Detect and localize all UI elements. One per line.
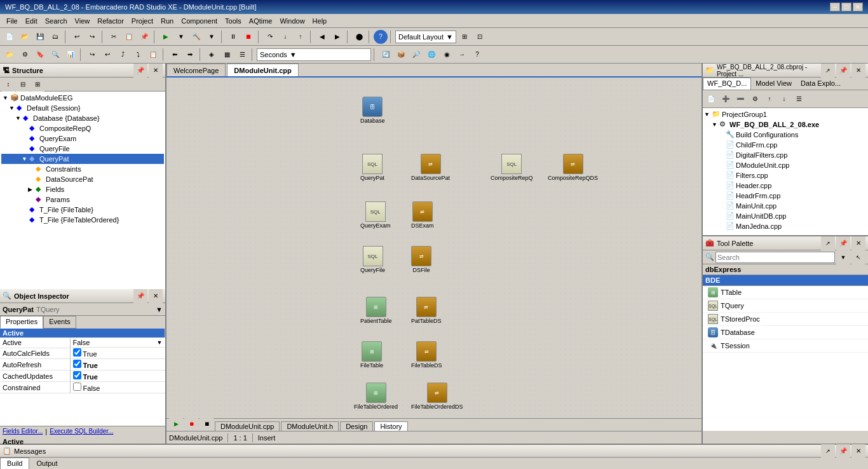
- tp-pin[interactable]: 📌: [836, 236, 850, 250]
- close-button[interactable]: ✕: [853, 3, 863, 11]
- tp-item-tquery[interactable]: SQL TQuery: [703, 299, 868, 313]
- tree-default-session[interactable]: ▼ ◆ Default {Session}: [1, 103, 164, 113]
- autocalcfields-check[interactable]: [73, 348, 81, 357]
- tree-constraints[interactable]: ◆ Constraints: [1, 164, 164, 174]
- tree-querypat[interactable]: ▼ ◆ QueryPat: [1, 154, 164, 164]
- proj-tb-list[interactable]: ☰: [792, 92, 806, 106]
- menu-tools[interactable]: Tools: [221, 16, 245, 26]
- tb2-btn5[interactable]: 📊: [64, 48, 78, 62]
- comp-filetableordered[interactable]: ⊞ FileTableOrdered: [354, 383, 398, 410]
- tb2-btn4[interactable]: 🔍: [48, 48, 62, 62]
- tb2-btn8[interactable]: ⤴: [116, 48, 130, 62]
- oi-prop-autorefresh[interactable]: AutoRefresh True: [0, 359, 165, 370]
- oi-selector[interactable]: QueryPat TQuery ▼: [0, 303, 165, 316]
- tree-fields[interactable]: ▶ ◆ Fields: [1, 184, 164, 194]
- proj-tb-down[interactable]: ↓: [777, 92, 791, 106]
- bottom-play-btn[interactable]: ▶: [169, 417, 183, 431]
- sql-builder-link[interactable]: Execute SQL Builder...: [50, 428, 113, 435]
- msg-tab-output[interactable]: Output: [29, 458, 64, 469]
- project-expand-btn[interactable]: ↗: [821, 64, 835, 78]
- tb2-btn6[interactable]: ↪: [85, 48, 99, 62]
- save-button[interactable]: 💾: [33, 30, 47, 44]
- tree-mainunitdb[interactable]: 📄 MainUnitDB.cpp: [704, 211, 867, 221]
- run-dropdown[interactable]: ▼: [174, 30, 188, 44]
- pause-button[interactable]: ⏸: [226, 30, 240, 44]
- proj-tb-remove[interactable]: ➖: [733, 92, 747, 106]
- tp-item-tsession[interactable]: 🔌 TSession: [703, 339, 868, 353]
- tb2-btn11[interactable]: ⬅: [168, 48, 182, 62]
- tab-dmoduleunit[interactable]: DModuleUnit.cpp: [227, 64, 298, 76]
- comp-pattableds[interactable]: ⇌ PatTableDS: [411, 297, 442, 324]
- tree-compositerepq[interactable]: ◆ CompositeRepQ: [1, 123, 164, 133]
- menu-project[interactable]: Project: [128, 16, 157, 26]
- menu-view[interactable]: View: [71, 16, 94, 26]
- comp-filetableorderedds[interactable]: ⇌ FileTableOrderedDS: [411, 383, 463, 410]
- cut-button[interactable]: ✂: [107, 30, 121, 44]
- paste-button[interactable]: 📌: [137, 30, 151, 44]
- search-cursor-btn[interactable]: ↖: [851, 250, 865, 264]
- proj-tb-new[interactable]: 📄: [704, 92, 718, 106]
- tb2-btn12[interactable]: ➡: [183, 48, 197, 62]
- open-button[interactable]: 📂: [18, 30, 32, 44]
- tb2-btn9[interactable]: ⤵: [131, 48, 145, 62]
- layout-btn1[interactable]: ⊞: [458, 30, 471, 44]
- maximize-button[interactable]: □: [841, 3, 851, 11]
- tb2-btn16[interactable]: 🔄: [379, 48, 393, 62]
- tb2-btn2[interactable]: ⚙: [18, 48, 32, 62]
- layout-btn2[interactable]: ⊡: [473, 30, 487, 44]
- msg-close[interactable]: ✕: [851, 444, 865, 458]
- menu-aqtime[interactable]: AQtime: [245, 16, 276, 26]
- tb2-btn13[interactable]: ◈: [205, 48, 219, 62]
- tree-exe[interactable]: ▼ ⚙ WF_BQ_DB_ALL_2_08.exe: [704, 119, 867, 130]
- menu-run[interactable]: Run: [157, 16, 177, 26]
- back-button[interactable]: ◀: [315, 30, 329, 44]
- tree-params[interactable]: ◆ Params: [1, 194, 164, 205]
- oi-close[interactable]: ✕: [149, 289, 163, 303]
- comp-dsexam[interactable]: ⇌ DSExam: [411, 201, 434, 229]
- seconds-dropdown[interactable]: Seconds ▼: [257, 48, 371, 61]
- minimize-button[interactable]: ─: [830, 3, 840, 11]
- msg-pin[interactable]: 📌: [836, 444, 850, 458]
- autorefresh-check[interactable]: [73, 360, 81, 368]
- tb2-btn21[interactable]: →: [455, 48, 469, 62]
- tree-queryexam[interactable]: ◆ QueryExam: [1, 133, 164, 144]
- oi-pin[interactable]: 📌: [133, 289, 147, 303]
- step-into[interactable]: ↓: [278, 30, 292, 44]
- tp-close[interactable]: ✕: [851, 236, 865, 250]
- structure-close[interactable]: ✕: [149, 64, 163, 78]
- oi-dropdown-icon[interactable]: ▼: [156, 306, 163, 313]
- tree-digitalfilters[interactable]: 📄 DigitalFilters.cpp: [704, 150, 867, 160]
- menu-file[interactable]: File: [3, 16, 22, 26]
- tb2-btn18[interactable]: 🔎: [409, 48, 423, 62]
- search-options-btn[interactable]: ▼: [836, 250, 850, 264]
- menu-refactor[interactable]: Refactor: [93, 16, 128, 26]
- proj-tb-settings[interactable]: ⚙: [748, 92, 762, 106]
- tb2-btn1[interactable]: 📁: [3, 48, 17, 62]
- tab-design[interactable]: Design: [340, 421, 373, 431]
- fields-editor-link[interactable]: Fields Editor...: [3, 428, 43, 435]
- menu-search[interactable]: Search: [41, 16, 71, 26]
- comp-datasourcepat[interactable]: ⇌ DataSourcePat: [411, 154, 450, 181]
- tree-header[interactable]: 📄 Header.cpp: [704, 180, 867, 191]
- bottom-stop-btn[interactable]: ⏹: [200, 417, 214, 431]
- proj-tb-add[interactable]: ➕: [719, 92, 733, 106]
- struct-tb-collapse[interactable]: ⊟: [16, 78, 30, 92]
- tree-filters[interactable]: 📄 Filters.cpp: [704, 170, 867, 180]
- proj-tab-model[interactable]: Model View: [751, 78, 796, 90]
- menu-help[interactable]: Help: [309, 16, 331, 26]
- tp-expand-btn[interactable]: ↗: [821, 236, 835, 250]
- oi-tab-properties[interactable]: Properties: [0, 316, 43, 329]
- tp-item-tstoredproc[interactable]: SQL TStoredProc: [703, 313, 868, 326]
- tb2-btn20[interactable]: ◉: [440, 48, 454, 62]
- tp-section-dbexpress[interactable]: dbExpress: [703, 264, 868, 275]
- proj-tab-data[interactable]: Data Explo...: [796, 78, 845, 90]
- oi-prop-constrained[interactable]: Constrained False: [0, 382, 165, 393]
- tree-mainunit[interactable]: 📄 MainUnit.cpp: [704, 201, 867, 211]
- design-canvas-scroll[interactable]: 🗄 Database SQL QueryPat ⇌ DataSourcePat …: [166, 78, 702, 418]
- project-close[interactable]: ✕: [851, 64, 865, 78]
- tree-headrfrm[interactable]: 📄 HeadrFrm.cpp: [704, 191, 867, 201]
- comp-filetablds[interactable]: ⇌ FileTableDS: [411, 341, 442, 369]
- oi-tab-events[interactable]: Events: [43, 316, 76, 329]
- constrained-check[interactable]: [73, 383, 81, 391]
- project-tree[interactable]: ▼ 📁 ProjectGroup1 ▼ ⚙ WF_BQ_DB_ALL_2_08.…: [703, 108, 868, 235]
